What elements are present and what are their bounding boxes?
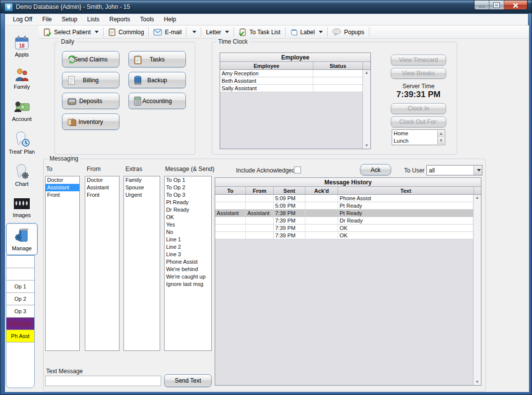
message-option[interactable]: Dr Ready [165, 206, 211, 214]
billing-button[interactable]: Billing [62, 72, 119, 88]
room-button[interactable]: Op 1 [6, 281, 34, 293]
email-button[interactable]: E-mail [149, 26, 186, 38]
message-option[interactable]: Yes [165, 221, 211, 228]
extras-option[interactable]: Family [124, 176, 160, 184]
backup-button[interactable]: Backup [128, 72, 186, 88]
message-history-scrollbar[interactable]: ▲ ▼ [473, 195, 481, 385]
tasks-button[interactable]: Tasks [128, 51, 186, 67]
view-breaks-button[interactable]: View Breaks [391, 68, 446, 79]
room-button[interactable]: Op 3 [6, 305, 34, 318]
letter-button[interactable]: Letter [201, 26, 234, 38]
history-col-ackd[interactable]: Ack'd [305, 187, 338, 194]
sidebar-item-appts[interactable]: 18 Appts [6, 30, 38, 62]
to-user-dropdown[interactable]: all [426, 165, 482, 175]
clock-in-button[interactable]: Clock In [391, 103, 446, 114]
message-option[interactable]: To Op 2 [165, 184, 211, 191]
to-option[interactable]: Front [46, 191, 79, 199]
sidebar-item-account[interactable]: Account [6, 94, 38, 126]
popups-button[interactable]: Popups [328, 26, 369, 38]
room-button[interactable]: Op 2 [6, 293, 34, 305]
room-button[interactable]: Ph Asst [6, 330, 34, 342]
message-option[interactable]: To Op 3 [165, 191, 211, 199]
from-option[interactable]: Front [85, 191, 119, 199]
message-history-row[interactable]: 5:09 PM Pt Ready [215, 202, 474, 210]
to-option[interactable]: Doctor [46, 176, 79, 184]
spin-up-icon[interactable]: ▲ [439, 132, 443, 136]
message-option[interactable]: We're caught up [165, 273, 211, 281]
message-history-row[interactable]: 7:39 PM OK [215, 232, 474, 239]
scroll-down-icon[interactable]: ▼ [475, 380, 479, 384]
menu-item[interactable]: Setup [57, 14, 82, 24]
menu-item[interactable]: Tools [135, 14, 159, 24]
clock-out-for-button[interactable]: Clock Out For: [391, 116, 446, 127]
room-button[interactable] [6, 268, 34, 281]
select-patient-dropdown-icon[interactable] [95, 31, 99, 33]
message-history-row[interactable]: 7:39 PM Dr Ready [215, 217, 474, 225]
select-patient-button[interactable]: Select Patient [39, 26, 103, 38]
extras-option[interactable]: Urgent [124, 191, 160, 199]
message-option[interactable]: Line 2 [165, 243, 211, 251]
close-button[interactable] [504, 0, 527, 10]
scroll-up-icon[interactable]: ▲ [365, 71, 369, 75]
view-timecard-button[interactable]: View Timecard [391, 55, 446, 65]
scroll-up-icon[interactable]: ▲ [475, 196, 479, 200]
send-claims-button[interactable]: Send Claims [62, 51, 119, 67]
message-option[interactable]: We're behind [165, 266, 211, 273]
message-history-row[interactable]: 5:09 PM Phone Assist [215, 195, 474, 202]
spin-down-icon[interactable]: ▼ [439, 139, 443, 143]
text-message-input[interactable] [45, 376, 161, 386]
deposits-button[interactable]: Deposits [62, 93, 119, 109]
label-button[interactable]: Label [286, 26, 327, 38]
message-history-row[interactable]: Assistant Assistant 7:38 PM Pt Ready [215, 210, 474, 217]
menu-item[interactable]: Help [159, 14, 181, 24]
message-option[interactable]: Line 3 [165, 251, 211, 258]
employee-row[interactable]: Sally Assistant [220, 85, 363, 92]
maximize-button[interactable] [489, 0, 504, 10]
message-option[interactable]: Ignore last msg [165, 281, 211, 288]
employee-column-header[interactable]: Employee [220, 62, 313, 69]
email-dropdown-button[interactable] [186, 26, 201, 38]
employee-grid-scrollbar[interactable]: ▲ ▼ [362, 70, 370, 149]
menu-item[interactable]: File [37, 14, 57, 24]
to-user-dropdown-button[interactable] [473, 166, 482, 175]
history-col-text[interactable]: Text [338, 187, 474, 194]
message-history-row[interactable]: 7:39 PM OK [215, 225, 474, 232]
inventory-button[interactable]: Inventory [62, 113, 119, 130]
commlog-button[interactable]: Commlog [104, 26, 148, 38]
sidebar-item-images[interactable]: Images [6, 191, 38, 223]
to-task-list-button[interactable]: To Task List [234, 26, 285, 38]
message-option[interactable]: Line 1 [165, 236, 211, 243]
from-option[interactable]: Assistant [85, 184, 119, 191]
scroll-down-icon[interactable]: ▼ [365, 144, 369, 148]
sidebar-item-chart[interactable]: Chart [6, 159, 38, 191]
menu-item[interactable]: Lists [82, 14, 105, 24]
message-option[interactable]: Pt Ready [165, 199, 211, 206]
menu-item[interactable]: Reports [105, 14, 135, 24]
message-option[interactable]: OK [165, 214, 211, 221]
label-dropdown-icon[interactable] [319, 31, 323, 33]
employee-row[interactable]: Beth Assistant [220, 77, 363, 85]
include-acknowledged-checkbox[interactable] [294, 167, 301, 173]
employee-row[interactable]: Amy Reception [220, 70, 363, 77]
history-col-from[interactable]: From [246, 187, 274, 194]
history-col-to[interactable]: To [215, 187, 246, 194]
minimize-button[interactable] [474, 0, 489, 10]
ack-button[interactable]: Ack [360, 164, 391, 175]
sidebar-item-treatplan[interactable]: Treat' Plan [6, 126, 38, 159]
send-text-button[interactable]: Send Text [164, 374, 212, 387]
sidebar-item-manage[interactable]: Manage [6, 223, 38, 255]
message-option[interactable]: To Op 1 [165, 176, 211, 184]
clock-out-options-spinner[interactable]: ▲ ▼ [437, 130, 444, 144]
message-option[interactable]: No [165, 228, 211, 236]
extras-option[interactable]: Spouse [124, 184, 160, 191]
menu-item[interactable]: Log Off [8, 14, 37, 24]
accounting-button[interactable]: Accounting [128, 93, 186, 109]
clock-out-option[interactable]: Home [392, 130, 437, 137]
room-button[interactable]: PtReady [6, 318, 34, 330]
letter-dropdown-icon[interactable] [225, 31, 229, 33]
history-col-sent[interactable]: Sent [274, 187, 305, 194]
status-column-header[interactable]: Status [313, 62, 363, 69]
from-option[interactable]: Doctor [85, 176, 119, 184]
room-button[interactable] [6, 256, 34, 268]
clock-out-option[interactable]: Lunch [392, 137, 437, 145]
